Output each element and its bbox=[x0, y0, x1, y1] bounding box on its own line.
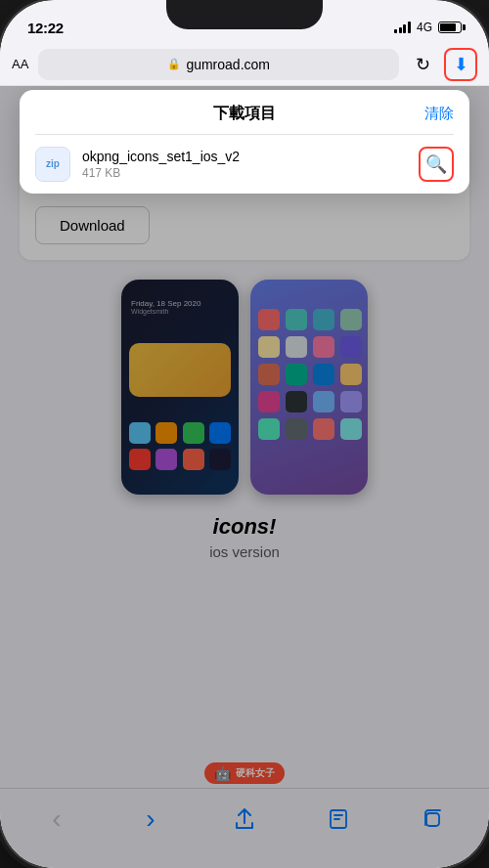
battery-icon bbox=[438, 22, 462, 33]
popup-header: 下載項目 清除 bbox=[20, 90, 469, 134]
download-manager-button[interactable]: ⬇ bbox=[444, 48, 477, 81]
battery-fill bbox=[440, 23, 456, 31]
refresh-icon: ↻ bbox=[416, 54, 430, 75]
browser-actions: ↻ ⬇ bbox=[409, 48, 477, 81]
download-popup: 下載項目 清除 zip okpng_icons_set1_ios_v2 417 … bbox=[20, 90, 469, 194]
popup-file-type-icon: zip bbox=[35, 147, 70, 182]
phone-frame: 12:22 4G AA 🔒 bbox=[0, 0, 489, 868]
url-text: gumroad.com bbox=[186, 57, 270, 72]
status-icons: 4G bbox=[394, 21, 462, 34]
content-area: 档案 ZIP okpng_icons_set1_ios_v2 407.0 KB … bbox=[0, 86, 489, 868]
aa-button[interactable]: AA bbox=[12, 57, 28, 71]
popup-filesize: 417 KB bbox=[82, 166, 407, 180]
screen: 12:22 4G AA 🔒 bbox=[0, 0, 489, 868]
signal-bars-icon bbox=[394, 22, 411, 33]
popup-clear-button[interactable]: 清除 bbox=[424, 105, 454, 123]
magnify-icon: 🔍 bbox=[425, 153, 447, 175]
url-bar[interactable]: 🔒 gumroad.com bbox=[38, 49, 399, 80]
popup-file-type-label: zip bbox=[46, 158, 60, 169]
popup-title: 下載項目 bbox=[213, 104, 276, 124]
notch bbox=[166, 0, 323, 29]
popup-file-info: okpng_icons_set1_ios_v2 417 KB bbox=[82, 149, 407, 180]
lock-icon: 🔒 bbox=[167, 58, 181, 70]
magnify-button[interactable]: 🔍 bbox=[419, 147, 454, 182]
browser-bar: AA 🔒 gumroad.com ↻ ⬇ bbox=[0, 43, 489, 86]
status-time: 12:22 bbox=[27, 20, 64, 36]
popup-filename: okpng_icons_set1_ios_v2 bbox=[82, 149, 407, 164]
popup-file-item: zip okpng_icons_set1_ios_v2 417 KB 🔍 bbox=[20, 135, 469, 194]
download-header-icon: ⬇ bbox=[454, 54, 468, 75]
refresh-button[interactable]: ↻ bbox=[409, 51, 436, 78]
popup-overlay bbox=[0, 86, 489, 868]
signal-type-label: 4G bbox=[417, 21, 432, 34]
